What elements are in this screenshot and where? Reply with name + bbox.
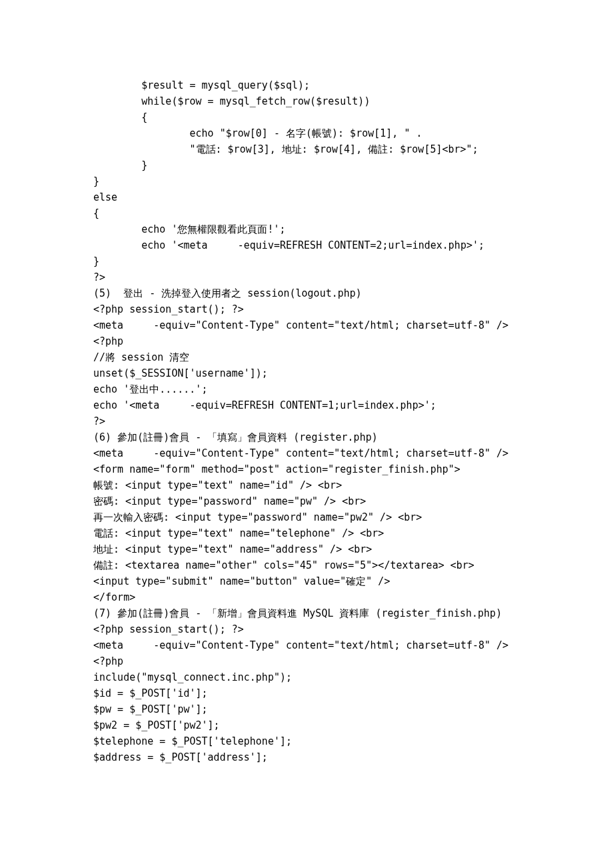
code-line: else [93, 189, 520, 205]
code-line: $result = mysql_query($sql); [93, 77, 520, 93]
code-line: unset($_SESSION['username']); [93, 365, 520, 381]
document-page: $result = mysql_query($sql); while($row … [0, 0, 613, 845]
code-line: ?> [93, 413, 520, 429]
code-line: 備註: <textarea name="other" cols="45" row… [93, 557, 520, 573]
code-line: <meta -equiv="Content-Type" content="tex… [93, 445, 520, 461]
code-line: { [93, 205, 520, 221]
code-line: { [93, 109, 520, 125]
code-line: } [93, 173, 520, 189]
code-line: <?php session_start(); ?> [93, 621, 520, 637]
code-line: 帳號: <input type="text" name="id" /> <br> [93, 477, 520, 493]
code-line: $id = $_POST['id']; [93, 685, 520, 701]
code-line: while($row = mysql_fetch_row($result)) [93, 93, 520, 109]
code-line: echo '<meta -equiv=REFRESH CONTENT=2;url… [93, 237, 520, 253]
code-line: 地址: <input type="text" name="address" />… [93, 541, 520, 557]
code-line: <meta -equiv="Content-Type" content="tex… [93, 317, 520, 333]
code-line: (7) 參加(註冊)會員 - 「新增」會員資料進 MySQL 資料庫 (regi… [93, 605, 520, 621]
code-line: <?php [93, 653, 520, 669]
code-line: } [93, 157, 520, 173]
code-line: echo '登出中......'; [93, 381, 520, 397]
code-line: <input type="submit" name="button" value… [93, 573, 520, 589]
code-line: <meta -equiv="Content-Type" content="tex… [93, 637, 520, 653]
code-line: (6) 參加(註冊)會員 - 「填寫」會員資料 (register.php) [93, 429, 520, 445]
code-line: "電話: $row[3], 地址: $row[4], 備註: $row[5]<b… [93, 141, 520, 157]
code-line: ?> [93, 269, 520, 285]
code-line: //將 session 清空 [93, 349, 520, 365]
code-line: <?php [93, 333, 520, 349]
code-line: echo "$row[0] - 名字(帳號): $row[1], " . [93, 125, 520, 141]
code-line: echo '<meta -equiv=REFRESH CONTENT=1;url… [93, 397, 520, 413]
code-line: (5) 登出 - 洗掉登入使用者之 session(logout.php) [93, 285, 520, 301]
code-line: $pw = $_POST['pw']; [93, 701, 520, 717]
code-line: 電話: <input type="text" name="telephone" … [93, 525, 520, 541]
code-line: 密碼: <input type="password" name="pw" /> … [93, 493, 520, 509]
code-line: <form name="form" method="post" action="… [93, 461, 520, 477]
code-line: include("mysql_connect.inc.php"); [93, 669, 520, 685]
code-line: $address = $_POST['address']; [93, 749, 520, 765]
code-line: </form> [93, 589, 520, 605]
code-line: } [93, 253, 520, 269]
code-line: <?php session_start(); ?> [93, 301, 520, 317]
code-line: 再一次輸入密碼: <input type="password" name="pw… [93, 509, 520, 525]
code-line: $pw2 = $_POST['pw2']; [93, 717, 520, 733]
code-line: $telephone = $_POST['telephone']; [93, 733, 520, 749]
code-line: echo '您無權限觀看此頁面!'; [93, 221, 520, 237]
